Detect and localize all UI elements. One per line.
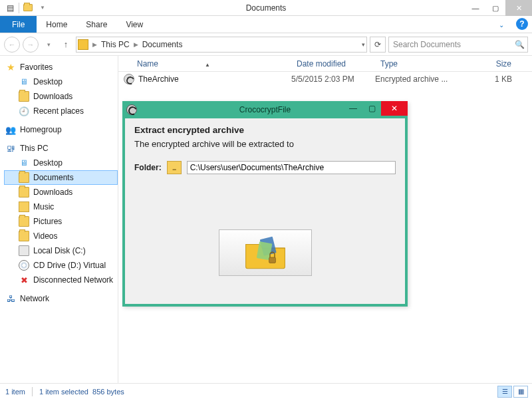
pc-icon: 🖳 [5,143,16,154]
cd-icon [19,260,29,271]
folder-icon [19,91,29,102]
dialog-titlebar[interactable]: CrococryptFile — ▢ ✕ [122,101,408,118]
recent-icon: 🕘 [19,106,29,116]
address-bar: ← → ▾ ↑ ▶ This PC ▶ Documents ▾ ⟳ Search… [0,33,532,56]
star-icon: ★ [5,62,16,72]
ribbon-collapse-icon[interactable]: ⌄ [493,16,509,33]
music-icon [19,201,29,212]
back-button[interactable]: ← [4,37,20,53]
status-bar: 1 item 1 item selected 856 bytes ☰ ▦ [0,383,532,399]
extract-folder-icon [241,234,289,271]
dialog-minimize-button[interactable]: — [344,101,362,116]
nav-item-cddrive[interactable]: CD Drive (D:) Virtual [4,258,118,273]
ribbon: File Home Share View ⌄ ? [0,16,532,33]
table-row[interactable]: TheArchive 5/5/2015 2:03 PM Encrypted ar… [118,72,532,86]
disk-icon [19,245,29,256]
help-icon[interactable]: ? [516,18,528,30]
folder-label: Folder: [134,163,162,172]
maximize-button[interactable]: ▢ [485,0,505,16]
view-details-button[interactable]: ☰ [497,386,512,398]
network-icon: 🖧 [5,293,16,304]
tab-home[interactable]: Home [37,16,76,33]
breadcrumb[interactable]: ▶ This PC ▶ Documents ▾ [76,37,367,53]
qat-dropdown-icon[interactable]: ▼ [35,1,50,15]
dialog-close-button[interactable]: ✕ [381,101,408,116]
tab-share[interactable]: Share [76,16,116,33]
nav-homegroup[interactable]: 👥Homegroup [4,122,118,137]
tab-view[interactable]: View [116,16,152,33]
col-name[interactable]: Name▲ [118,59,291,68]
up-button[interactable]: ↑ [59,39,73,49]
nav-item-disconnected[interactable]: ✖Disconnected Network [4,273,118,287]
nav-item-music[interactable]: Music [4,200,118,214]
nav-item-videos[interactable]: Videos [4,229,118,243]
nav-item-downloads[interactable]: Downloads [4,89,118,104]
refresh-button[interactable]: ⟳ [370,37,386,53]
file-tab[interactable]: File [0,16,37,33]
status-selected: 1 item selected [39,388,88,396]
nav-network[interactable]: 🖧Network [4,291,118,306]
status-size: 856 bytes [92,388,124,396]
qat-newfolder-icon[interactable] [21,1,35,15]
extract-button[interactable] [219,229,312,276]
col-size[interactable]: Size [455,59,532,68]
folder-input[interactable] [187,161,396,174]
dialog-heading: Extract encrypted archive [134,125,396,135]
desktop-icon: 🖥 [19,158,29,168]
recent-locations-icon[interactable]: ▾ [41,41,56,48]
search-input[interactable]: Search Documents 🔍 [388,37,528,53]
disconnected-icon: ✖ [19,275,29,285]
pictures-icon [19,216,29,227]
minimize-button[interactable]: — [466,0,485,16]
file-date: 5/5/2015 2:03 PM [291,74,375,84]
qat-properties-icon[interactable]: ▤ [3,1,17,15]
search-placeholder: Search Documents [393,40,461,49]
crococrypt-dialog: CrococryptFile — ▢ ✕ Extract encrypted a… [122,101,408,307]
folder-icon [19,172,29,183]
nav-favorites[interactable]: ★Favorites [4,60,118,74]
sort-asc-icon: ▲ [205,62,210,68]
col-date[interactable]: Date modified [291,59,375,68]
navigation-pane: ★Favorites 🖥Desktop Downloads 🕘Recent pl… [0,56,118,383]
nav-item-desktop2[interactable]: 🖥Desktop [4,156,118,170]
breadcrumb-documents[interactable]: Documents [140,40,186,49]
breadcrumb-thispc[interactable]: This PC [98,40,132,49]
breadcrumb-sep[interactable]: ▶ [91,41,98,48]
search-icon: 🔍 [515,40,525,49]
forward-button[interactable]: → [23,37,39,53]
app-icon [126,104,137,115]
desktop-icon: 🖥 [19,76,29,87]
qat-separator [19,3,19,13]
file-size: 1 KB [455,74,532,84]
dialog-description: The encrypted archive will be extracted … [134,139,396,149]
archive-icon [124,74,134,84]
file-type: Encrypted archive ... [375,74,455,84]
status-count: 1 item [5,388,25,396]
dialog-maximize-button[interactable]: ▢ [362,101,381,116]
nav-item-recent[interactable]: 🕘Recent places [4,104,118,118]
nav-item-pictures[interactable]: Pictures [4,214,118,229]
titlebar: ▤ ▼ Documents — ▢ ✕ [0,0,532,16]
svg-rect-2 [269,257,275,263]
column-headers: Name▲ Date modified Type Size [118,56,532,72]
nav-item-localdisk[interactable]: Local Disk (C:) [4,243,118,258]
nav-item-downloads2[interactable]: Downloads [4,185,118,200]
nav-item-documents[interactable]: Documents [4,170,118,185]
nav-item-desktop[interactable]: 🖥Desktop [4,74,118,89]
status-sep [32,387,33,396]
folder-icon [78,39,88,50]
nav-thispc[interactable]: 🖳This PC [4,141,118,156]
breadcrumb-dropdown-icon[interactable]: ▾ [362,41,365,48]
homegroup-icon: 👥 [5,124,16,135]
breadcrumb-sep[interactable]: ▶ [132,41,140,48]
browse-button[interactable]: ... [167,161,182,174]
videos-icon [19,231,29,241]
folder-icon [19,187,29,198]
window-title: Documents [0,3,532,13]
view-icons-button[interactable]: ▦ [513,386,528,398]
col-type[interactable]: Type [375,59,455,68]
file-name: TheArchive [138,74,179,84]
close-button[interactable]: ✕ [505,0,532,16]
